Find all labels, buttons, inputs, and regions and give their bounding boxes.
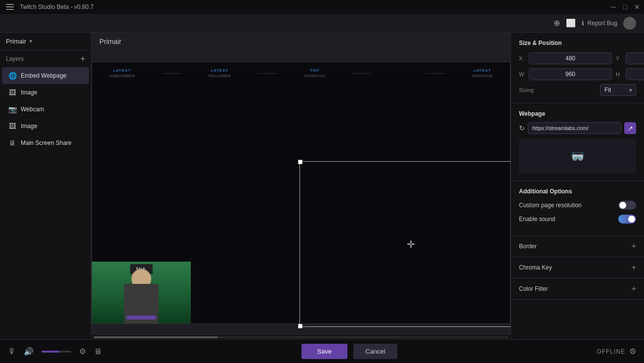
enable-sound-toggle[interactable] <box>618 215 636 224</box>
custom-page-res-toggle-knob <box>619 202 626 209</box>
right-panel: Size & Position X Y W H 🔓 Sizing Fit <box>511 33 644 339</box>
custom-page-res-toggle[interactable] <box>618 201 636 210</box>
sizing-select[interactable]: Fit Stretch Fill <box>600 84 636 96</box>
speaker-icon[interactable]: 🔊 <box>24 347 34 356</box>
url-input[interactable] <box>528 122 621 134</box>
webcam-progress-bar <box>127 316 156 319</box>
url-open-icon: ↗ <box>628 125 633 132</box>
sidebar-item-image-1[interactable]: 🖼 Image <box>2 84 89 101</box>
sizing-label: Sizing <box>519 87 534 93</box>
handle-top-left[interactable] <box>298 160 302 164</box>
webpage-section: Webpage ↻ ↗ 🥽 <box>511 103 644 181</box>
offline-badge: OFFLINE <box>597 348 625 355</box>
cancel-button[interactable]: Cancel <box>353 344 397 359</box>
canvas-scrollbar[interactable] <box>91 335 511 339</box>
additional-options-title: Additional Options <box>519 188 636 195</box>
toolbar: ⊕ ⬜ ℹ Report Bug <box>0 14 644 33</box>
user-avatar[interactable] <box>623 17 636 30</box>
scene-name[interactable]: Primair ▼ <box>6 38 33 45</box>
ticker-divider-1 <box>162 73 182 74</box>
layers-header: Layers + <box>0 50 91 67</box>
scrollbar-thumb[interactable] <box>93 336 218 338</box>
webcam-label: Webcam <box>21 106 44 113</box>
webcam-preview: BALR. <box>92 262 191 323</box>
border-label: Border <box>519 243 537 250</box>
titlebar-left: Twitch Studio Beta - v0.80.7 <box>4 2 93 12</box>
hamburger-menu[interactable] <box>4 2 16 12</box>
scrollbar-track <box>93 336 509 338</box>
sidebar-item-embed-webpage[interactable]: 🌐 Embed Webpage <box>2 67 89 84</box>
ticker-latest-donation: LATEST DONATION <box>472 68 493 78</box>
add-layer-button[interactable]: + <box>81 54 85 63</box>
bottom-right-status: OFFLINE ⚙ <box>597 347 636 356</box>
canvas-area: Primair LATEST SUBSCRIBER LATEST FOLLOWE… <box>91 33 511 339</box>
stream-settings-icon[interactable]: ⚙ <box>629 347 636 356</box>
sizing-select-wrapper: Fit Stretch Fill ▼ <box>600 84 636 96</box>
w-label: W <box>519 71 525 77</box>
desktop-audio-icon[interactable]: 🖥 <box>94 347 102 356</box>
url-row: ↻ ↗ <box>519 122 636 134</box>
audio-settings-icon[interactable]: ⚙ <box>79 347 86 356</box>
chroma-key-section[interactable]: Chroma Key + <box>511 257 644 278</box>
canvas-viewport[interactable]: LATEST SUBSCRIBER LATEST FOLLOWER TOP DO… <box>91 50 511 335</box>
ticker-divider-2 <box>258 73 277 74</box>
webcam-person: BALR. <box>92 262 191 323</box>
mic-icon[interactable]: 🎙 <box>8 347 16 356</box>
additional-options-section: Additional Options Custom page resolutio… <box>511 181 644 236</box>
crop-tool-icon[interactable]: ⬜ <box>566 18 576 28</box>
custom-page-res-row: Custom page resolution <box>519 201 636 210</box>
save-button[interactable]: Save <box>301 344 348 359</box>
minimize-button[interactable]: ─ <box>610 4 616 10</box>
border-expand-icon: + <box>632 242 636 251</box>
sidebar: Primair ▼ Layers + 🌐 Embed Webpage 🖼 Ima… <box>0 33 91 339</box>
y-input[interactable] <box>626 52 644 64</box>
url-open-button[interactable]: ↗ <box>624 122 636 134</box>
url-refresh-button[interactable]: ↻ <box>519 124 525 132</box>
color-filter-expand-icon: + <box>632 284 636 293</box>
sidebar-header: Primair ▼ <box>0 33 91 50</box>
ticker-divider-3 <box>352 73 372 74</box>
report-bug-label: Report Bug <box>587 20 617 27</box>
ticker-divider-4 <box>426 73 445 74</box>
selection-box: ✛ <box>300 161 511 327</box>
sidebar-item-main-screen-share[interactable]: 🖥 Main Screen Share <box>2 135 89 151</box>
h-input[interactable] <box>626 68 644 80</box>
wh-row: W H 🔓 <box>519 68 636 80</box>
pointer-tool-icon[interactable]: ⊕ <box>554 18 560 28</box>
x-label: X <box>519 55 525 61</box>
maximize-button[interactable]: □ <box>622 4 628 10</box>
ticker-bar: LATEST SUBSCRIBER LATEST FOLLOWER TOP DO… <box>92 68 510 78</box>
main-screen-share-label: Main Screen Share <box>21 139 72 146</box>
x-input[interactable] <box>529 52 612 64</box>
w-input[interactable] <box>529 68 612 80</box>
handle-bottom-left[interactable] <box>298 324 302 328</box>
sidebar-item-webcam[interactable]: 📷 Webcam <box>2 101 89 118</box>
webpage-title: Webpage <box>519 110 636 117</box>
canvas-scene-label: Primair <box>91 33 511 50</box>
window-controls: ─ □ ✕ <box>610 4 640 10</box>
enable-sound-label: Enable sound <box>519 216 555 223</box>
titlebar: Twitch Studio Beta - v0.80.7 ─ □ ✕ <box>0 0 644 14</box>
h-label: H <box>616 71 622 77</box>
chroma-key-label: Chroma Key <box>519 264 552 271</box>
close-button[interactable]: ✕ <box>634 4 640 10</box>
report-bug-button[interactable]: ℹ Report Bug <box>582 20 617 27</box>
bottom-left-controls: 🎙 🔊 ⚙ 🖥 <box>8 347 102 356</box>
embed-webpage-icon: 🌐 <box>8 71 17 80</box>
size-position-section: Size & Position X Y W H 🔓 Sizing Fit <box>511 33 644 103</box>
embed-webpage-label: Embed Webpage <box>21 72 67 79</box>
canvas-background: LATEST SUBSCRIBER LATEST FOLLOWER TOP DO… <box>91 62 511 324</box>
webpage-preview: 🥽 <box>519 139 636 174</box>
bottom-center-controls: Save Cancel <box>301 344 397 359</box>
sidebar-item-image-2[interactable]: 🖼 Image <box>2 118 89 135</box>
scene-dropdown-icon: ▼ <box>28 39 33 44</box>
volume-slider[interactable] <box>42 351 71 353</box>
border-section[interactable]: Border + <box>511 236 644 257</box>
color-filter-section[interactable]: Color Filter + <box>511 278 644 300</box>
image-1-icon: 🖼 <box>8 88 17 97</box>
color-filter-label: Color Filter <box>519 285 548 292</box>
layers-label: Layers <box>6 55 24 62</box>
custom-page-res-label: Custom page resolution <box>519 202 582 209</box>
chroma-key-expand-icon: + <box>632 263 636 272</box>
report-bug-icon: ℹ <box>582 20 584 27</box>
